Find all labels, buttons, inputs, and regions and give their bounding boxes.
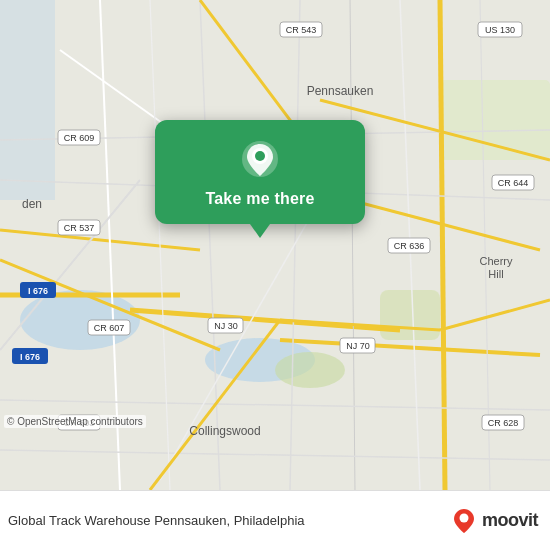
svg-text:CR 628: CR 628 xyxy=(488,418,519,428)
svg-rect-5 xyxy=(380,290,440,340)
svg-text:NJ 70: NJ 70 xyxy=(346,341,370,351)
svg-text:Cherry: Cherry xyxy=(479,255,513,267)
svg-text:den: den xyxy=(22,197,42,211)
moovit-logo: moovit xyxy=(450,507,538,535)
svg-text:NJ 30: NJ 30 xyxy=(214,321,238,331)
svg-text:I 676: I 676 xyxy=(20,352,40,362)
osm-credit: © OpenStreetMap contributors xyxy=(4,415,146,428)
svg-rect-6 xyxy=(440,80,550,160)
svg-point-66 xyxy=(255,151,265,161)
svg-rect-3 xyxy=(0,0,55,200)
svg-point-67 xyxy=(459,513,468,522)
svg-text:US 130: US 130 xyxy=(485,25,515,35)
bottom-bar: Global Track Warehouse Pennsauken, Phila… xyxy=(0,490,550,550)
popup-card[interactable]: Take me there xyxy=(155,120,365,224)
svg-text:Hill: Hill xyxy=(488,268,503,280)
svg-text:CR 636: CR 636 xyxy=(394,241,425,251)
svg-text:I 676: I 676 xyxy=(28,286,48,296)
moovit-brand-text: moovit xyxy=(482,510,538,531)
svg-text:CR 644: CR 644 xyxy=(498,178,529,188)
svg-text:Collingswood: Collingswood xyxy=(189,424,260,438)
location-pin-icon xyxy=(239,138,281,180)
take-me-there-button[interactable]: Take me there xyxy=(205,190,314,208)
location-label: Global Track Warehouse Pennsauken, Phila… xyxy=(8,513,442,528)
svg-text:Pennsauken: Pennsauken xyxy=(307,84,374,98)
svg-point-4 xyxy=(275,352,345,388)
svg-text:CR 543: CR 543 xyxy=(286,25,317,35)
svg-text:CR 537: CR 537 xyxy=(64,223,95,233)
map-container: CR 543 US 130 CR 609 CR 537 CR 644 CR 63… xyxy=(0,0,550,490)
svg-text:CR 607: CR 607 xyxy=(94,323,125,333)
svg-text:CR 609: CR 609 xyxy=(64,133,95,143)
moovit-pin-icon xyxy=(450,507,478,535)
